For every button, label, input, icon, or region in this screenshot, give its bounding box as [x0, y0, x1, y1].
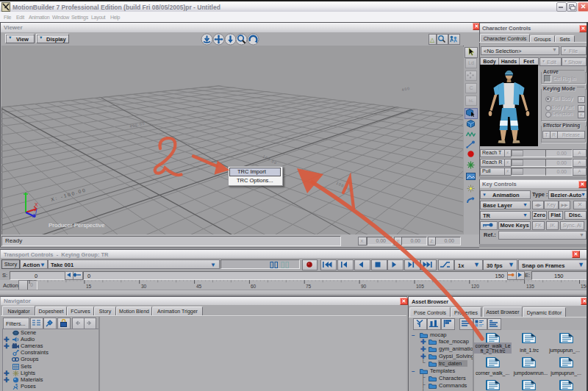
svg-text:30: 30: [141, 284, 147, 289]
svg-text:X: X: [35, 202, 38, 207]
svg-text:Producer Perspective: Producer Perspective: [49, 222, 105, 229]
svg-text:105: 105: [416, 284, 424, 289]
svg-text:90: 90: [361, 284, 367, 289]
svg-text:15: 15: [86, 284, 92, 289]
svg-text:60: 60: [251, 284, 257, 289]
svg-text:45: 45: [196, 284, 202, 289]
svg-text:135: 135: [526, 284, 534, 289]
svg-text:75: 75: [306, 284, 312, 289]
svg-text:120: 120: [471, 284, 479, 289]
